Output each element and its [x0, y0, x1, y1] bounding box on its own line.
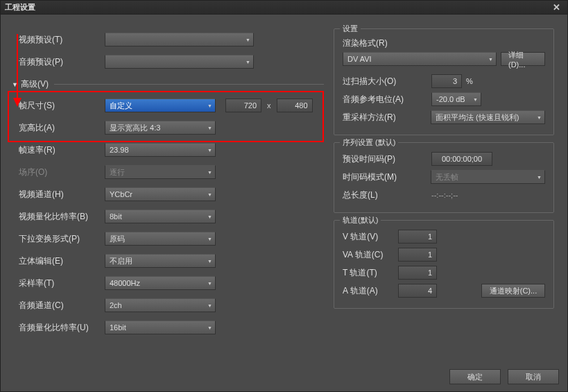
tcmode-dropdown: 无丢帧 — [431, 170, 545, 184]
cancel-button[interactable]: 取消 — [508, 369, 559, 384]
resample-label: 重采样方法(R) — [343, 112, 418, 123]
detail-button[interactable]: 详细(D)... — [501, 52, 545, 66]
videobitdepth-label: 视频量化比特率(B) — [19, 211, 105, 223]
samplerate-label: 采样率(T) — [19, 278, 105, 289]
project-settings-window: 工程设置 ✕ 视频预设(T) 音频预设(P) ▼ 高级(V) — [0, 0, 568, 392]
tcmode-label: 时间码模式(M) — [343, 171, 418, 183]
sequence-group: 序列设置 (默认) 预设时间码(P) 00:00:00;00 时间码模式(M) … — [334, 142, 554, 213]
vtrack-label: V 轨道(V) — [343, 231, 398, 243]
aspect-label: 宽高比(A) — [19, 122, 105, 134]
titlebar: 工程设置 ✕ — [1, 1, 567, 15]
videobitdepth-dropdown[interactable]: 8bit — [105, 210, 216, 223]
audio-preset-label: 音频预设(P) — [19, 56, 105, 68]
aspect-dropdown[interactable]: 显示宽高比 4:3 — [105, 121, 216, 135]
framerate-label: 帧速率(R) — [19, 144, 105, 156]
footer: 确定 取消 — [449, 369, 559, 384]
stereoedit-dropdown[interactable]: 不启用 — [105, 254, 216, 268]
pulldown-dropdown[interactable]: 原码 — [105, 232, 216, 246]
overscan-label: 过扫描大小(O) — [343, 76, 419, 87]
totallen-value: --:--:--;-- — [431, 191, 458, 199]
renderformat-dropdown[interactable]: DV AVI — [343, 52, 497, 66]
fieldorder-dropdown: 逐行 — [105, 165, 216, 179]
audio-preset-dropdown[interactable] — [105, 55, 254, 69]
x-separator: x — [267, 101, 271, 110]
audioref-dropdown[interactable]: -20.0 dB — [431, 92, 481, 106]
overscan-input[interactable]: 3 — [431, 74, 462, 88]
atrack-input[interactable]: 4 — [398, 284, 437, 298]
atrack-label: A 轨道(A) — [343, 285, 398, 297]
sequence-group-title: 序列设置 (默认) — [340, 137, 398, 148]
videochannel-dropdown[interactable]: YCbCr — [105, 187, 216, 201]
audiochannel-dropdown[interactable]: 2ch — [105, 298, 216, 312]
presettc-input[interactable]: 00:00:00;00 — [431, 152, 492, 166]
frame-width-input[interactable]: 720 — [225, 99, 261, 112]
overscan-unit: % — [466, 77, 473, 85]
chevron-down-icon: ▼ — [12, 81, 18, 88]
framerate-dropdown[interactable]: 23.98 — [105, 143, 216, 157]
samplerate-dropdown[interactable]: 48000Hz — [105, 276, 216, 290]
right-panel: 设置 渲染格式(R) DV AVI 详细(D)... 过扫描大小(O) 3 % … — [334, 28, 554, 316]
advanced-label: 高级(V) — [21, 78, 49, 90]
vatrack-label: VA 轨道(C) — [343, 249, 398, 261]
audiochannel-label: 音频通道(C) — [19, 300, 105, 312]
video-preset-dropdown[interactable] — [105, 33, 254, 46]
videochannel-label: 视频通道(H) — [19, 189, 105, 201]
stereoedit-label: 立体编辑(E) — [19, 255, 105, 267]
close-icon[interactable]: ✕ — [550, 2, 563, 12]
audioref-label: 音频参考电位(A) — [343, 94, 419, 105]
ok-button[interactable]: 确定 — [449, 369, 501, 384]
presettc-label: 预设时间码(P) — [343, 153, 419, 165]
ttrack-label: T 轨道(T) — [343, 267, 398, 279]
settings-group-title: 设置 — [340, 24, 361, 34]
audiobitdepth-label: 音频量化比特率(U) — [19, 322, 105, 334]
tracks-group: 轨道(默认) V 轨道(V) 1 VA 轨道(C) 1 T 轨道(T) 1 A … — [334, 220, 554, 309]
tracks-group-title: 轨道(默认) — [340, 215, 381, 225]
window-title: 工程设置 — [5, 2, 35, 12]
totallen-label: 总长度(L) — [343, 189, 419, 201]
ttrack-input[interactable]: 1 — [398, 266, 437, 280]
frame-size-label: 帧尺寸(S) — [19, 100, 105, 112]
settings-group: 设置 渲染格式(R) DV AVI 详细(D)... 过扫描大小(O) 3 % … — [334, 28, 554, 135]
fieldorder-label: 场序(O) — [19, 167, 105, 178]
channelmap-button[interactable]: 通道映射(C)... — [481, 284, 545, 298]
renderformat-label: 渲染格式(R) — [343, 37, 419, 49]
vatrack-input[interactable]: 1 — [398, 248, 437, 262]
video-preset-label: 视频预设(T) — [19, 34, 105, 46]
vtrack-input[interactable]: 1 — [398, 230, 437, 244]
resample-dropdown[interactable]: 面积平均法 (快速且锐利) — [431, 110, 545, 124]
advanced-section-header[interactable]: ▼ 高级(V) — [12, 78, 324, 90]
frame-size-dropdown[interactable]: 自定义 — [105, 99, 216, 112]
frame-height-input[interactable]: 480 — [277, 99, 313, 112]
left-panel: 视频预设(T) 音频预设(P) ▼ 高级(V) 帧尺寸(S) 自定义 720 x… — [19, 28, 324, 339]
pulldown-label: 下拉变换形式(P) — [19, 233, 105, 245]
audiobitdepth-dropdown[interactable]: 16bit — [105, 321, 216, 334]
